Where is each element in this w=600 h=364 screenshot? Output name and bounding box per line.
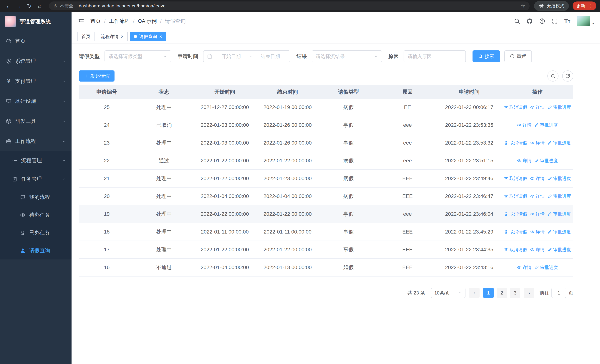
approval-progress-link[interactable]: 审批进度 xyxy=(548,176,571,181)
app-logo[interactable]: 芋道管理系统 xyxy=(0,12,72,31)
page-button-2[interactable]: 2 xyxy=(497,288,507,298)
view-icon xyxy=(530,212,534,216)
sidebar-item[interactable]: 基础设施 xyxy=(0,91,72,111)
sidebar-item[interactable]: 待办任务 xyxy=(0,206,72,224)
avatar[interactable] xyxy=(577,16,590,26)
detail-link[interactable]: 详情 xyxy=(530,229,544,235)
address-bar[interactable]: ⚠ 不安全 dashboard.yudao.iocoder.cn/bpm/oa/… xyxy=(49,1,530,10)
cancel-leave-link[interactable]: 取消请假 xyxy=(504,247,527,253)
table-cell: 2022-01-22 23:53:32 xyxy=(437,134,501,152)
sidebar: 芋道管理系统 首页系统管理¥支付管理基础设施研发工具工作流程流程管理任务管理我的… xyxy=(0,12,72,364)
approval-progress-link[interactable]: 审批进度 xyxy=(548,247,571,253)
detail-link[interactable]: 详情 xyxy=(530,104,544,110)
column-header: 结束时间 xyxy=(256,85,319,99)
goto-page-input[interactable] xyxy=(552,288,566,298)
search-icon[interactable] xyxy=(514,18,520,24)
page-button-1[interactable]: 1 xyxy=(483,288,494,298)
column-header: 申请编号 xyxy=(79,85,134,99)
sidebar-item[interactable]: 系统管理 xyxy=(0,51,72,71)
reload-icon[interactable]: ↻ xyxy=(24,1,34,11)
detail-link[interactable]: 详情 xyxy=(530,193,544,199)
detail-link[interactable]: 详情 xyxy=(530,140,544,146)
browser-home-icon[interactable]: ⌂ xyxy=(35,1,45,11)
cancel-leave-link[interactable]: 取消请假 xyxy=(504,193,527,199)
search-button[interactable]: 搜索 xyxy=(472,50,500,62)
sidebar-item[interactable]: 首页 xyxy=(0,31,72,51)
detail-link[interactable]: 详情 xyxy=(517,264,531,271)
detail-link[interactable]: 详情 xyxy=(530,247,544,253)
start-date-placeholder[interactable]: 开始日期 xyxy=(215,53,247,60)
detail-link[interactable]: 详情 xyxy=(517,158,531,164)
approval-progress-link[interactable]: 审批进度 xyxy=(548,140,571,146)
cancel-leave-link[interactable]: 取消请假 xyxy=(504,211,527,217)
cancel-leave-link[interactable]: 取消请假 xyxy=(504,229,527,235)
tab-close-icon[interactable]: × xyxy=(121,34,124,39)
help-icon[interactable] xyxy=(539,18,545,24)
next-page-button[interactable]: › xyxy=(524,288,534,298)
detail-link[interactable]: 详情 xyxy=(530,176,544,181)
back-icon[interactable]: ← xyxy=(4,1,13,11)
result-label: 结果 xyxy=(297,53,307,60)
end-date-placeholder[interactable]: 结束日期 xyxy=(254,53,286,60)
cancel-leave-link[interactable]: 取消请假 xyxy=(504,176,527,181)
tab-close-icon[interactable]: × xyxy=(159,34,162,39)
sidebar-item[interactable]: 我的流程 xyxy=(0,188,72,206)
github-icon[interactable] xyxy=(526,18,533,24)
approval-progress-link[interactable]: 审批进度 xyxy=(534,122,558,128)
result-select[interactable]: 请选择流结果 xyxy=(312,50,382,62)
sidebar-item[interactable]: 任务管理 xyxy=(0,170,72,188)
approval-progress-link[interactable]: 审批进度 xyxy=(548,104,571,110)
approval-progress-link[interactable]: 审批进度 xyxy=(534,264,558,271)
sidebar-item[interactable]: 工作流程 xyxy=(0,131,72,151)
update-button[interactable]: 更新 ⋮ xyxy=(572,1,596,10)
sidebar-item[interactable]: 流程管理 xyxy=(0,151,72,170)
cancel-leave-link[interactable]: 取消请假 xyxy=(504,104,527,110)
payment-icon: ¥ xyxy=(6,79,12,84)
approval-progress-link[interactable]: 审批进度 xyxy=(548,211,571,217)
table-cell: 2022-01-22 00:00:00 xyxy=(193,205,256,223)
view-tab[interactable]: 流程详情× xyxy=(97,32,128,41)
filter-form: 请假类型 请选择请假类型 申请时间 开始日期 - 结束日期 xyxy=(79,50,573,62)
sidebar-item[interactable]: 已办任务 xyxy=(0,224,72,242)
sidebar-item[interactable]: ¥支付管理 xyxy=(0,71,72,91)
cancel-leave-link[interactable]: 取消请假 xyxy=(504,140,527,146)
breadcrumb-separator: / xyxy=(104,18,106,24)
table-cell: 病假 xyxy=(319,170,378,187)
collapse-menu-icon[interactable] xyxy=(77,18,84,25)
sidebar-item[interactable]: 请假查询 xyxy=(0,242,72,260)
breadcrumb-item[interactable]: 工作流程 xyxy=(109,18,130,25)
font-size-icon[interactable]: TT xyxy=(564,18,570,24)
detail-link[interactable]: 详情 xyxy=(530,211,544,217)
reason-input[interactable]: 请输入原因 xyxy=(403,50,466,62)
page-size-select[interactable]: 10条/页 xyxy=(431,288,466,298)
forward-icon[interactable]: → xyxy=(14,1,24,11)
breadcrumb-item[interactable]: OA 示例 xyxy=(138,18,157,25)
pagination-total: 共 23 条 xyxy=(407,290,425,296)
page-button-3[interactable]: 3 xyxy=(510,288,520,298)
approval-progress-link[interactable]: 审批进度 xyxy=(534,158,558,164)
approval-progress-link[interactable]: 审批进度 xyxy=(548,193,571,199)
sidebar-item-label: 基础设施 xyxy=(15,98,59,105)
sidebar-item[interactable]: 研发工具 xyxy=(0,111,72,131)
detail-link[interactable]: 详情 xyxy=(517,122,531,128)
breadcrumb-item[interactable]: 首页 xyxy=(90,18,101,25)
prev-page-button[interactable]: ‹ xyxy=(469,288,479,298)
url-text[interactable]: dashboard.yudao.iocoder.cn/bpm/oa/leave xyxy=(79,3,518,9)
reset-button[interactable]: 重置 xyxy=(504,50,532,62)
create-leave-button[interactable]: 发起请假 xyxy=(79,70,114,82)
user-menu[interactable]: ▾ xyxy=(577,16,594,26)
browser-menu-icon[interactable]: ⋮ xyxy=(588,3,593,9)
approval-progress-link[interactable]: 审批进度 xyxy=(548,229,571,235)
refresh-table-button[interactable] xyxy=(562,70,573,82)
chevron-up-icon xyxy=(62,139,66,143)
view-tab[interactable]: 首页 xyxy=(77,32,94,41)
table-row: 25处理中2021-12-27 00:00:002022-01-19 00:00… xyxy=(79,99,573,116)
leave-type-select[interactable]: 请选择请假类型 xyxy=(104,50,171,62)
fullscreen-icon[interactable] xyxy=(552,18,558,24)
apply-time-range-picker[interactable]: 开始日期 - 结束日期 xyxy=(203,50,290,62)
view-tab[interactable]: 请假查询× xyxy=(130,32,166,41)
bookmark-star-icon[interactable]: ☆ xyxy=(521,3,525,9)
view-icon xyxy=(530,194,534,198)
security-label[interactable]: 不安全 xyxy=(60,3,73,9)
toggle-search-button[interactable] xyxy=(547,70,559,82)
